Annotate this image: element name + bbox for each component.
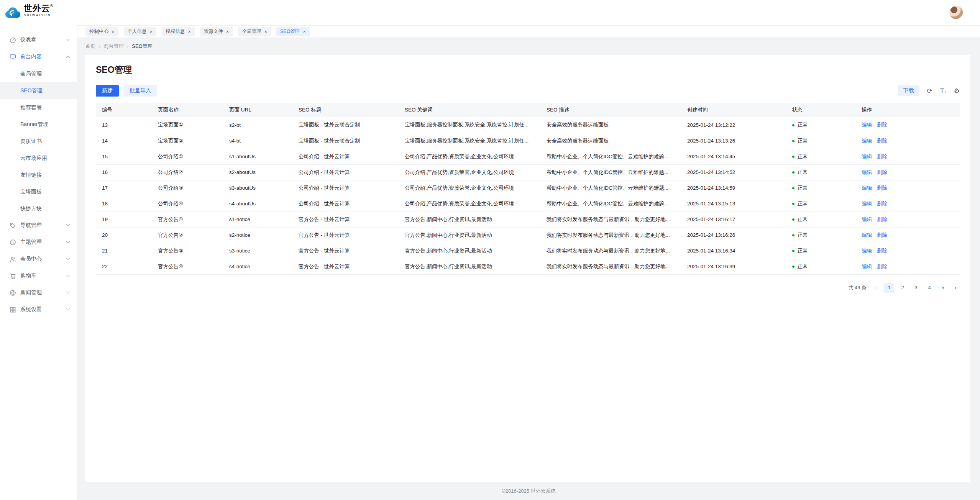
breadcrumb-frontend[interactable]: 前台管理 xyxy=(104,43,124,50)
cell-id: 22 xyxy=(96,259,152,274)
brand-text: 世外云® SHIWAIYUN xyxy=(24,4,53,17)
cell-created: 2025-01-24 13:16:34 xyxy=(681,243,786,259)
cell-title: 官方公告 - 世外云计算 xyxy=(292,227,399,243)
column-header-SEO 描述: SEO 描述 xyxy=(540,103,681,117)
sidebar-item-新闻管理[interactable]: 新闻管理 xyxy=(0,284,77,301)
delete-link[interactable]: 删除 xyxy=(877,264,887,269)
sidebar-subitem-宝塔面板[interactable]: 宝塔面板 xyxy=(0,183,77,200)
tab-close-icon[interactable]: × xyxy=(112,29,115,34)
pagination-page-3[interactable]: 3 xyxy=(911,283,921,293)
pagination-next-icon[interactable]: › xyxy=(951,284,960,291)
cell-created: 2025-01-24 13:15:13 xyxy=(681,196,786,211)
delete-link[interactable]: 删除 xyxy=(877,169,887,175)
edit-link[interactable]: 编辑 xyxy=(862,169,872,175)
tab-授权信息[interactable]: 授权信息× xyxy=(162,27,195,36)
edit-link[interactable]: 编辑 xyxy=(862,122,872,128)
tab-close-icon[interactable]: × xyxy=(226,29,229,34)
tab-close-icon[interactable]: × xyxy=(150,29,153,34)
sidebar-item-导航管理[interactable]: 导航管理 xyxy=(0,217,77,234)
cell-created: 2025-01-24 13:14:45 xyxy=(681,149,786,164)
top-bar: 世外云® SHIWAIYUN xyxy=(0,0,980,25)
pagination-page-1[interactable]: 1 xyxy=(884,283,894,293)
refresh-icon[interactable]: ⟳ xyxy=(927,88,932,94)
sidebar-subitem-资质证书[interactable]: 资质证书 xyxy=(0,133,77,149)
sidebar-item-系统设置[interactable]: 系统设置 xyxy=(0,301,77,318)
cell-keywords: 公司介绍,产品优势,资质荣誉,企业文化,公司环境 xyxy=(399,180,540,196)
cell-actions: 编辑删除 xyxy=(855,180,960,196)
cell-keywords: 公司介绍,产品优势,资质荣誉,企业文化,公司环境 xyxy=(399,164,540,180)
delete-link[interactable]: 删除 xyxy=(877,122,887,128)
tab-close-icon[interactable]: × xyxy=(264,29,267,34)
sidebar-subitem-推荐套餐[interactable]: 推荐套餐 xyxy=(0,99,77,116)
sidebar-item-会员中心[interactable]: 会员中心 xyxy=(0,251,77,267)
user-avatar[interactable] xyxy=(949,6,963,20)
edit-link[interactable]: 编辑 xyxy=(862,248,872,254)
settings-icon[interactable]: ⚙ xyxy=(954,88,960,94)
delete-link[interactable]: 删除 xyxy=(877,138,887,144)
edit-link[interactable]: 编辑 xyxy=(862,264,872,269)
cell-keywords: 公司介绍,产品优势,资质荣誉,企业文化,公司环境 xyxy=(399,149,540,164)
cell-actions: 编辑删除 xyxy=(855,196,960,211)
status-dot-icon xyxy=(792,234,795,236)
new-button[interactable]: 新建 xyxy=(96,85,119,97)
sidebar-item-前台内容[interactable]: 前台内容 xyxy=(0,48,77,65)
breadcrumb-home[interactable]: 首页 xyxy=(85,43,95,50)
pagination-page-2[interactable]: 2 xyxy=(898,283,908,293)
sidebar-subitem-Banner管理[interactable]: Banner管理 xyxy=(0,116,77,133)
cell-url: s3-notice xyxy=(223,243,292,259)
brand-name: 世外云 xyxy=(24,3,50,13)
sidebar-item-label: 主题管理 xyxy=(20,239,67,246)
sidebar-subitem-快捷方块[interactable]: 快捷方块 xyxy=(0,200,77,217)
tab-个人信息[interactable]: 个人信息× xyxy=(124,27,157,36)
sidebar-item-主题管理[interactable]: 主题管理 xyxy=(0,234,77,251)
column-header-操作: 操作 xyxy=(855,103,960,117)
batch-import-button[interactable]: 批量导入 xyxy=(123,85,157,97)
cell-name: 公司介绍① xyxy=(152,149,223,164)
cell-keywords: 官方公告,新闻中心,行业资讯,最新活动 xyxy=(399,243,540,259)
pagination-page-5[interactable]: 5 xyxy=(938,283,948,293)
sidebar-item-购物车[interactable]: 购物车 xyxy=(0,267,77,284)
sidebar-subitem-友情链接[interactable]: 友情链接 xyxy=(0,166,77,183)
download-button[interactable]: 下载 xyxy=(898,85,919,96)
chevron-down-icon xyxy=(66,307,70,310)
palette-icon xyxy=(10,239,16,246)
sidebar-subitem-全局管理[interactable]: 全局管理 xyxy=(0,65,77,82)
sidebar-item-label: 会员中心 xyxy=(20,256,67,262)
delete-link[interactable]: 删除 xyxy=(877,216,887,222)
text-size-icon[interactable]: T↕ xyxy=(940,88,946,94)
pagination-prev-icon[interactable]: ‹ xyxy=(872,284,881,291)
edit-link[interactable]: 编辑 xyxy=(862,201,872,207)
tab-close-icon[interactable]: × xyxy=(303,29,306,34)
tab-close-icon[interactable]: × xyxy=(188,29,191,34)
cell-created: 2025-01-24 13:14:59 xyxy=(681,180,786,196)
delete-link[interactable]: 删除 xyxy=(877,248,887,254)
tab-全局管理[interactable]: 全局管理× xyxy=(238,27,271,36)
content-card: SEO管理 新建 批量导入 下载 ⟳ T↕ ⚙ 编号页面名称页面 URLSEO … xyxy=(85,55,970,482)
cell-desc: 安全高效的服务器运维面板 xyxy=(540,133,681,149)
tab-资源文件[interactable]: 资源文件× xyxy=(200,27,233,36)
edit-link[interactable]: 编辑 xyxy=(862,232,872,238)
edit-link[interactable]: 编辑 xyxy=(862,138,872,144)
delete-link[interactable]: 删除 xyxy=(877,201,887,207)
tab-SEO管理[interactable]: SEO管理× xyxy=(276,27,310,36)
cell-url: s1-notice xyxy=(223,211,292,227)
sidebar-item-仪表盘[interactable]: 仪表盘 xyxy=(0,31,77,48)
pagination-page-4[interactable]: 4 xyxy=(924,283,934,293)
column-header-编号: 编号 xyxy=(96,103,152,117)
status-label: 正常 xyxy=(798,248,808,254)
cell-actions: 编辑删除 xyxy=(855,164,960,180)
sidebar-subitem-SEO管理[interactable]: SEO管理 xyxy=(0,82,77,99)
edit-link[interactable]: 编辑 xyxy=(862,185,872,191)
sidebar-subitem-云市场应用[interactable]: 云市场应用 xyxy=(0,149,77,166)
edit-link[interactable]: 编辑 xyxy=(862,216,872,222)
delete-link[interactable]: 删除 xyxy=(877,185,887,191)
column-header-SEO 关键词: SEO 关键词 xyxy=(399,103,540,117)
tab-控制中心[interactable]: 控制中心× xyxy=(85,27,118,36)
edit-link[interactable]: 编辑 xyxy=(862,154,872,159)
delete-link[interactable]: 删除 xyxy=(877,154,887,159)
table-row: 17公司介绍③s3-aboutUs公司介绍 - 世外云计算公司介绍,产品优势,资… xyxy=(96,180,960,196)
cell-name: 官方公告③ xyxy=(152,243,223,259)
column-header-创建时间: 创建时间 xyxy=(681,103,786,117)
delete-link[interactable]: 删除 xyxy=(877,232,887,238)
cell-id: 14 xyxy=(96,133,152,149)
